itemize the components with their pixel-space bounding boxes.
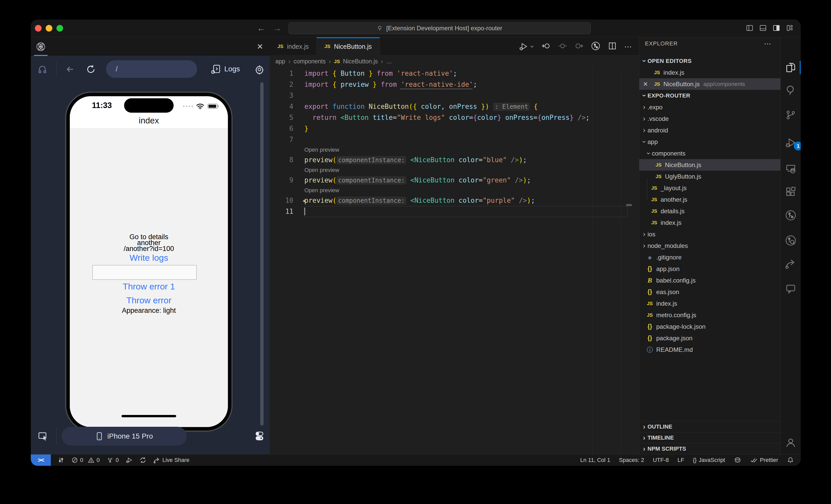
codelens-open-preview[interactable]: Open preview xyxy=(270,166,639,175)
tree-item-app[interactable]: ›app xyxy=(639,136,780,148)
source-control-icon[interactable] xyxy=(784,109,797,121)
code-line-6[interactable]: 6} xyxy=(270,123,639,134)
more-actions-icon[interactable]: ⋯ xyxy=(624,42,632,51)
tab-nicebutton-js[interactable]: JS NiceButton.js xyxy=(317,37,380,56)
ports-status[interactable]: 0 xyxy=(107,456,119,464)
code-line-4[interactable]: 4export function NiceButton({ color, onP… xyxy=(270,101,639,112)
iphone-screen[interactable]: 11:33 index Go to details another /anoth… xyxy=(70,96,228,427)
explorer-more-actions-icon[interactable]: ⋯ xyxy=(764,39,772,48)
customize-layout-icon[interactable] xyxy=(786,24,794,32)
account-icon[interactable] xyxy=(784,437,797,449)
tree-item-NiceButton.js[interactable]: JSNiceButton.js xyxy=(639,159,780,171)
section-npm-scripts[interactable]: ›NPM SCRIPTS xyxy=(639,443,780,454)
extensions-icon[interactable] xyxy=(784,185,797,198)
element-inspector-icon[interactable] xyxy=(37,431,49,442)
codelens-open-preview[interactable]: Open preview xyxy=(270,145,639,154)
codelens-open-preview[interactable]: Open preview xyxy=(270,186,639,195)
section-timeline[interactable]: ›TIMELINE xyxy=(639,432,780,443)
language-status[interactable]: {}JavaScript xyxy=(693,457,725,464)
run-or-debug-button[interactable] xyxy=(519,42,534,51)
debug-status[interactable] xyxy=(125,456,133,464)
close-icon[interactable]: ✕ xyxy=(643,81,648,88)
indentation-status[interactable]: Spaces: 2 xyxy=(619,457,644,464)
device-panel-tab[interactable] xyxy=(31,37,51,56)
changes-icon[interactable] xyxy=(558,41,567,52)
copilot-status[interactable] xyxy=(734,456,741,464)
notifications-bell-icon[interactable] xyxy=(787,456,794,464)
tree-item-package.json[interactable]: {}package.json xyxy=(639,332,780,344)
close-panel-icon[interactable]: ✕ xyxy=(255,42,265,51)
tree-item-package-lock.json[interactable]: {}package-lock.json xyxy=(639,321,780,332)
toggle-panel-icon[interactable] xyxy=(759,24,767,32)
maximize-window-button[interactable] xyxy=(56,25,63,32)
link-another-id[interactable]: /another?id=100 xyxy=(70,245,228,253)
route-url-field[interactable]: / xyxy=(106,60,197,78)
chat-icon[interactable] xyxy=(784,283,797,295)
eol-status[interactable]: LF xyxy=(678,457,684,464)
device-settings-gear-icon[interactable] xyxy=(255,65,264,75)
explorer-icon[interactable] xyxy=(784,61,797,73)
device-back-icon[interactable] xyxy=(65,64,75,75)
command-center-search[interactable]: [Extension Development Host] expo-router xyxy=(288,22,591,34)
sync-status[interactable] xyxy=(139,456,147,464)
code-editor[interactable]: 1import { Button } from 'react-native';2… xyxy=(270,67,639,454)
code-line-11[interactable]: 11 xyxy=(270,206,639,217)
tab-index-js[interactable]: JS index.js xyxy=(270,37,317,56)
code-line-2[interactable]: 2import { preview } from 'react-native-i… xyxy=(270,79,639,90)
section-outline[interactable]: ›OUTLINE xyxy=(639,421,780,432)
text-input[interactable] xyxy=(92,265,197,280)
code-line-7[interactable]: 7 xyxy=(270,134,639,145)
breadcrumb-more[interactable]: … xyxy=(386,58,392,65)
device-settings-toggles-icon[interactable] xyxy=(254,430,265,442)
split-editor-icon[interactable] xyxy=(608,41,617,52)
tree-item-android[interactable]: ›android xyxy=(639,124,780,136)
remote-explorer-icon[interactable] xyxy=(784,162,797,175)
throw-error-1-button[interactable]: Throw error 1 xyxy=(70,281,228,292)
cursor-position-status[interactable]: Ln 11, Col 1 xyxy=(580,457,610,464)
encoding-status[interactable]: UTF-8 xyxy=(653,457,669,464)
device-reload-icon[interactable] xyxy=(86,64,96,75)
github-pull-requests-icon[interactable] xyxy=(784,209,797,221)
tree-item-index.js[interactable]: JSindex.js xyxy=(639,298,780,309)
live-share-status[interactable]: Live Share xyxy=(153,456,190,464)
open-editor-NiceButton.js[interactable]: ✕JSNiceButton.jsapp/components xyxy=(639,78,780,90)
tree-item-app.json[interactable]: {}app.json xyxy=(639,263,780,274)
tree-item-metro.config.js[interactable]: JSmetro.config.js xyxy=(639,309,780,321)
tree-item-ios[interactable]: ›ios xyxy=(639,228,780,240)
code-line-3[interactable]: 3 xyxy=(270,90,639,101)
section-expo-router[interactable]: › EXPO-ROUTER xyxy=(639,90,780,101)
history-forward-button[interactable]: → xyxy=(271,23,283,33)
tree-item-details.js[interactable]: JSdetails.js xyxy=(639,205,780,217)
breadcrumb-app[interactable]: app xyxy=(276,58,285,65)
open-editor-index.js[interactable]: JSindex.js xyxy=(639,67,780,78)
gitlens-graph-icon[interactable] xyxy=(591,41,601,52)
search-icon[interactable] xyxy=(784,84,797,96)
section-open-editors[interactable]: › OPEN EDITORS xyxy=(639,55,780,67)
magnet-icon[interactable] xyxy=(37,64,48,75)
radon-devtools-status[interactable] xyxy=(57,456,65,464)
code-line-8[interactable]: 8preview(componentInstance: <NiceButton … xyxy=(270,154,639,166)
gitlens-inspect-icon[interactable] xyxy=(784,234,797,247)
code-line-5[interactable]: 5 return <Button title="Write logs" colo… xyxy=(270,112,639,123)
tree-item-README.md[interactable]: ⓘREADME.md xyxy=(639,344,780,355)
toggle-secondary-sidebar-icon[interactable] xyxy=(773,24,780,32)
history-back-button[interactable]: ← xyxy=(256,23,267,33)
code-line-1[interactable]: 1import { Button } from 'react-native'; xyxy=(270,68,639,79)
tree-item-index.js[interactable]: JSindex.js xyxy=(639,217,780,228)
tree-item-another.js[interactable]: JSanother.js xyxy=(639,194,780,205)
code-line-9[interactable]: 9preview(componentInstance: <NiceButton … xyxy=(270,175,639,186)
toggle-primary-sidebar-icon[interactable] xyxy=(746,24,753,32)
breadcrumb-file[interactable]: NiceButton.js xyxy=(343,58,378,65)
device-selector-button[interactable]: iPhone 15 Pro xyxy=(62,427,187,445)
tree-item-_layout.js[interactable]: JS_layout.js xyxy=(639,182,780,194)
breadcrumb[interactable]: app › components › JS NiceButton.js › … xyxy=(270,56,639,67)
close-window-button[interactable] xyxy=(35,25,41,32)
formatter-status[interactable]: Prettier xyxy=(750,456,778,464)
panel-scrollbar[interactable] xyxy=(260,82,264,425)
write-logs-button[interactable]: Write logs xyxy=(70,253,228,263)
lightbulb-sparkle-icon[interactable]: ✦ xyxy=(302,195,307,206)
run-and-debug-icon[interactable]: 1 xyxy=(784,137,797,149)
throw-error-button[interactable]: Throw error xyxy=(70,295,228,305)
remote-indicator[interactable]: >< xyxy=(31,454,51,466)
tree-item-.gitignore[interactable]: ◆.gitignore xyxy=(639,251,780,263)
